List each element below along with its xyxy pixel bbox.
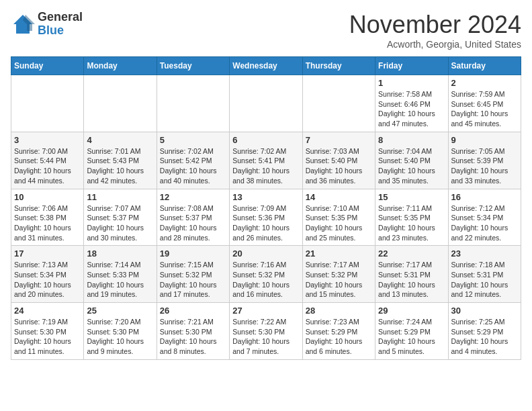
calendar-week-row: 17Sunrise: 7:13 AM Sunset: 5:34 PM Dayli… <box>11 246 521 303</box>
calendar-cell: 14Sunrise: 7:10 AM Sunset: 5:35 PM Dayli… <box>302 189 375 246</box>
calendar-cell: 6Sunrise: 7:02 AM Sunset: 5:41 PM Daylig… <box>230 132 302 189</box>
logo-text: General Blue <box>38 11 83 38</box>
weekday-header: Monday <box>84 57 157 75</box>
day-number: 4 <box>87 135 153 145</box>
day-info: Sunrise: 7:19 AM Sunset: 5:30 PM Dayligh… <box>14 317 81 357</box>
calendar-week-row: 24Sunrise: 7:19 AM Sunset: 5:30 PM Dayli… <box>11 303 521 360</box>
day-info: Sunrise: 7:10 AM Sunset: 5:35 PM Dayligh… <box>306 203 372 243</box>
day-number: 16 <box>451 192 518 202</box>
day-number: 27 <box>232 306 299 316</box>
calendar-cell: 16Sunrise: 7:12 AM Sunset: 5:34 PM Dayli… <box>448 189 521 246</box>
day-number: 2 <box>451 78 518 88</box>
calendar-cell: 28Sunrise: 7:23 AM Sunset: 5:29 PM Dayli… <box>302 303 375 360</box>
day-info: Sunrise: 7:04 AM Sunset: 5:40 PM Dayligh… <box>378 146 445 186</box>
day-info: Sunrise: 7:17 AM Sunset: 5:32 PM Dayligh… <box>306 260 372 300</box>
page-header: General Blue November 2024 Acworth, Geor… <box>11 11 521 50</box>
logo-icon <box>11 12 35 36</box>
day-number: 9 <box>451 135 518 145</box>
calendar-cell: 1Sunrise: 7:58 AM Sunset: 6:46 PM Daylig… <box>375 75 448 132</box>
calendar-cell: 2Sunrise: 7:59 AM Sunset: 6:45 PM Daylig… <box>448 75 521 132</box>
calendar-cell: 27Sunrise: 7:22 AM Sunset: 5:30 PM Dayli… <box>230 303 302 360</box>
day-info: Sunrise: 7:09 AM Sunset: 5:36 PM Dayligh… <box>232 203 299 243</box>
calendar-week-row: 1Sunrise: 7:58 AM Sunset: 6:46 PM Daylig… <box>11 75 521 132</box>
day-number: 1 <box>378 78 445 88</box>
day-number: 18 <box>87 248 153 259</box>
day-info: Sunrise: 7:12 AM Sunset: 5:34 PM Dayligh… <box>451 203 518 243</box>
weekday-header: Saturday <box>448 57 521 75</box>
day-number: 5 <box>160 135 226 145</box>
day-number: 17 <box>14 248 81 259</box>
day-number: 28 <box>306 306 372 316</box>
calendar-cell: 19Sunrise: 7:15 AM Sunset: 5:32 PM Dayli… <box>157 246 229 303</box>
day-info: Sunrise: 7:15 AM Sunset: 5:32 PM Dayligh… <box>160 260 226 300</box>
day-number: 24 <box>14 306 81 316</box>
calendar-header-row: SundayMondayTuesdayWednesdayThursdayFrid… <box>11 57 521 75</box>
calendar-cell: 25Sunrise: 7:20 AM Sunset: 5:30 PM Dayli… <box>84 303 157 360</box>
logo: General Blue <box>11 11 83 38</box>
calendar-cell: 9Sunrise: 7:05 AM Sunset: 5:39 PM Daylig… <box>448 132 521 189</box>
calendar-cell: 18Sunrise: 7:14 AM Sunset: 5:33 PM Dayli… <box>84 246 157 303</box>
day-info: Sunrise: 7:02 AM Sunset: 5:41 PM Dayligh… <box>232 146 299 186</box>
day-info: Sunrise: 7:16 AM Sunset: 5:32 PM Dayligh… <box>232 260 299 300</box>
day-info: Sunrise: 7:01 AM Sunset: 5:43 PM Dayligh… <box>87 146 153 186</box>
day-number: 29 <box>378 306 445 316</box>
calendar-cell: 26Sunrise: 7:21 AM Sunset: 5:30 PM Dayli… <box>157 303 229 360</box>
calendar-cell: 7Sunrise: 7:03 AM Sunset: 5:40 PM Daylig… <box>302 132 375 189</box>
calendar-week-row: 10Sunrise: 7:06 AM Sunset: 5:38 PM Dayli… <box>11 189 521 246</box>
day-info: Sunrise: 7:08 AM Sunset: 5:37 PM Dayligh… <box>160 203 226 243</box>
day-info: Sunrise: 7:00 AM Sunset: 5:44 PM Dayligh… <box>14 146 81 186</box>
day-info: Sunrise: 7:24 AM Sunset: 5:29 PM Dayligh… <box>378 317 445 357</box>
calendar-cell <box>84 75 157 132</box>
day-number: 15 <box>378 192 445 202</box>
day-number: 20 <box>232 248 299 259</box>
day-number: 30 <box>451 306 518 316</box>
calendar-cell: 17Sunrise: 7:13 AM Sunset: 5:34 PM Dayli… <box>11 246 84 303</box>
calendar-cell <box>11 75 84 132</box>
day-number: 10 <box>14 192 81 202</box>
calendar-table: SundayMondayTuesdayWednesdayThursdayFrid… <box>11 56 521 360</box>
calendar-cell: 13Sunrise: 7:09 AM Sunset: 5:36 PM Dayli… <box>230 189 302 246</box>
calendar-cell <box>230 75 302 132</box>
logo-blue: Blue <box>38 24 83 38</box>
day-number: 19 <box>160 248 226 259</box>
calendar-cell: 22Sunrise: 7:17 AM Sunset: 5:31 PM Dayli… <box>375 246 448 303</box>
day-number: 11 <box>87 192 153 202</box>
day-info: Sunrise: 7:14 AM Sunset: 5:33 PM Dayligh… <box>87 260 153 300</box>
calendar-cell: 11Sunrise: 7:07 AM Sunset: 5:37 PM Dayli… <box>84 189 157 246</box>
day-number: 21 <box>306 248 372 259</box>
calendar-cell: 30Sunrise: 7:25 AM Sunset: 5:29 PM Dayli… <box>448 303 521 360</box>
calendar-cell: 12Sunrise: 7:08 AM Sunset: 5:37 PM Dayli… <box>157 189 229 246</box>
day-info: Sunrise: 7:22 AM Sunset: 5:30 PM Dayligh… <box>232 317 299 357</box>
calendar-cell: 29Sunrise: 7:24 AM Sunset: 5:29 PM Dayli… <box>375 303 448 360</box>
day-info: Sunrise: 7:03 AM Sunset: 5:40 PM Dayligh… <box>306 146 372 186</box>
day-number: 23 <box>451 248 518 259</box>
calendar-cell: 24Sunrise: 7:19 AM Sunset: 5:30 PM Dayli… <box>11 303 84 360</box>
weekday-header: Friday <box>375 57 448 75</box>
day-info: Sunrise: 7:18 AM Sunset: 5:31 PM Dayligh… <box>451 260 518 300</box>
day-info: Sunrise: 7:23 AM Sunset: 5:29 PM Dayligh… <box>306 317 372 357</box>
weekday-header: Thursday <box>302 57 375 75</box>
month-title: November 2024 <box>349 11 521 39</box>
day-info: Sunrise: 7:59 AM Sunset: 6:45 PM Dayligh… <box>451 89 518 129</box>
location: Acworth, Georgia, United States <box>349 39 521 50</box>
day-number: 14 <box>306 192 372 202</box>
day-number: 3 <box>14 135 81 145</box>
day-info: Sunrise: 7:25 AM Sunset: 5:29 PM Dayligh… <box>451 317 518 357</box>
calendar-cell: 23Sunrise: 7:18 AM Sunset: 5:31 PM Dayli… <box>448 246 521 303</box>
title-area: November 2024 Acworth, Georgia, United S… <box>349 11 521 50</box>
day-number: 12 <box>160 192 226 202</box>
day-number: 8 <box>378 135 445 145</box>
day-info: Sunrise: 7:11 AM Sunset: 5:35 PM Dayligh… <box>378 203 445 243</box>
day-info: Sunrise: 7:20 AM Sunset: 5:30 PM Dayligh… <box>87 317 153 357</box>
calendar-cell: 4Sunrise: 7:01 AM Sunset: 5:43 PM Daylig… <box>84 132 157 189</box>
day-number: 22 <box>378 248 445 259</box>
calendar-cell <box>302 75 375 132</box>
day-number: 13 <box>232 192 299 202</box>
calendar-cell: 3Sunrise: 7:00 AM Sunset: 5:44 PM Daylig… <box>11 132 84 189</box>
day-number: 25 <box>87 306 153 316</box>
weekday-header: Sunday <box>11 57 84 75</box>
day-info: Sunrise: 7:05 AM Sunset: 5:39 PM Dayligh… <box>451 146 518 186</box>
day-info: Sunrise: 7:58 AM Sunset: 6:46 PM Dayligh… <box>378 89 445 129</box>
day-info: Sunrise: 7:07 AM Sunset: 5:37 PM Dayligh… <box>87 203 153 243</box>
calendar-cell: 8Sunrise: 7:04 AM Sunset: 5:40 PM Daylig… <box>375 132 448 189</box>
